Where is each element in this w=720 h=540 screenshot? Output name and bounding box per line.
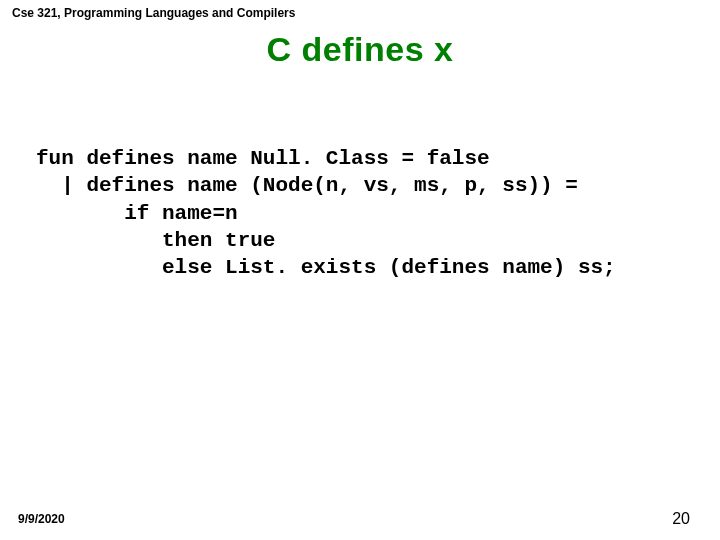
code-line: | defines name (Node(n, vs, ms, p, ss)) …	[36, 174, 578, 197]
footer-page-number: 20	[672, 510, 690, 528]
code-line: fun defines name Null. Class = false	[36, 147, 490, 170]
code-block: fun defines name Null. Class = false | d…	[36, 145, 616, 281]
code-line: if name=n	[36, 202, 238, 225]
course-header: Cse 321, Programming Languages and Compi…	[12, 6, 295, 20]
footer-date: 9/9/2020	[18, 512, 65, 526]
code-line: else List. exists (defines name) ss;	[36, 256, 616, 279]
slide-title: C defines x	[0, 30, 720, 69]
code-line: then true	[36, 229, 275, 252]
